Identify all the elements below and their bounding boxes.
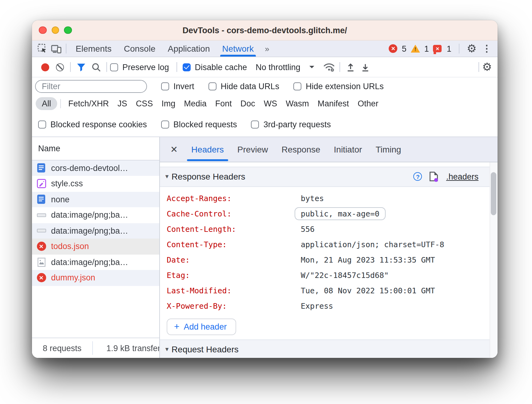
tab-elements[interactable]: Elements xyxy=(69,41,118,57)
hide-extension-urls-label: Hide extension URLs xyxy=(306,82,384,91)
header-override-file-icon[interactable] xyxy=(430,171,439,182)
chevron-down-icon[interactable] xyxy=(310,66,315,71)
blocked-filters-row: Blocked response cookies Blocked request… xyxy=(32,112,498,137)
request-name: data:image/png;ba… xyxy=(51,226,128,236)
traffic-lights xyxy=(39,20,72,40)
network-main-area: Name cors-demo-devtool… style.css xyxy=(32,137,498,358)
warning-count: 1 xyxy=(424,44,429,53)
chip-wasm[interactable]: Wasm xyxy=(281,97,313,110)
hide-data-urls-checkbox[interactable] xyxy=(208,82,216,90)
tab-application[interactable]: Application xyxy=(161,41,216,57)
table-row[interactable]: ✕ dummy.json xyxy=(32,270,159,286)
header-row[interactable]: Date: Mon, 21 Aug 2023 11:53:35 GMT xyxy=(167,252,490,267)
issues-icon[interactable]: ✕ xyxy=(433,45,442,52)
chip-other[interactable]: Other xyxy=(353,97,383,110)
filter-funnel-icon[interactable] xyxy=(74,60,89,74)
table-row[interactable]: data:image/png;ba… xyxy=(32,207,159,223)
more-tabs-icon[interactable]: » xyxy=(260,41,273,57)
error-count-icon[interactable]: ✕ xyxy=(389,44,398,53)
header-row[interactable]: X-Powered-By: Express xyxy=(167,298,490,313)
table-row[interactable]: none xyxy=(32,192,159,207)
chip-js[interactable]: JS xyxy=(113,97,132,110)
kebab-menu-icon[interactable]: ⋮ xyxy=(481,43,493,54)
scrollbar-thumb[interactable] xyxy=(491,172,496,215)
close-icon[interactable]: ✕ xyxy=(164,137,185,161)
divider xyxy=(340,62,340,72)
blocked-response-cookies-checkbox[interactable] xyxy=(38,120,46,128)
table-row[interactable]: data:image/png;ba… xyxy=(32,254,159,270)
hide-data-urls-label: Hide data URLs xyxy=(221,82,280,91)
zoom-window-button[interactable] xyxy=(64,26,72,34)
table-row[interactable]: cors-demo-devtool… xyxy=(32,160,159,176)
header-row[interactable]: Content-Length: 556 xyxy=(167,221,490,236)
header-row[interactable]: Etag: W/"22c-18457c15d68" xyxy=(167,267,490,283)
tab-timing[interactable]: Timing xyxy=(369,137,408,161)
tab-response[interactable]: Response xyxy=(275,137,327,161)
tab-initiator[interactable]: Initiator xyxy=(327,137,369,161)
help-icon[interactable]: ? xyxy=(414,172,422,181)
resource-type-filter-row: All Fetch/XHR JS CSS Img Media Font Doc … xyxy=(32,95,498,112)
disclosure-triangle-icon[interactable]: ▼ xyxy=(164,173,170,180)
add-header-label: Add header xyxy=(184,322,227,331)
chip-img[interactable]: Img xyxy=(157,97,180,110)
header-value: Express xyxy=(301,301,333,310)
header-value-editable[interactable]: public, max-age=0 xyxy=(295,207,386,220)
stylesheet-icon xyxy=(36,179,46,189)
header-row[interactable]: Cache-Control: public, max-age=0 xyxy=(167,206,490,221)
scrollbar-track[interactable] xyxy=(490,162,498,358)
close-window-button[interactable] xyxy=(39,26,46,34)
add-header-button[interactable]: + Add header xyxy=(167,318,236,335)
filter-input[interactable] xyxy=(35,80,147,93)
device-toolbar-icon[interactable] xyxy=(49,42,63,55)
request-list-panel: Name cors-demo-devtool… style.css xyxy=(32,137,160,358)
import-har-icon[interactable] xyxy=(343,60,358,74)
header-value: W/"22c-18457c15d68" xyxy=(301,270,389,279)
section-title: Response Headers xyxy=(172,172,245,181)
header-row[interactable]: Accept-Ranges: bytes xyxy=(167,190,490,206)
table-row[interactable]: data:image/png;ba… xyxy=(32,223,159,239)
stage: DevTools - cors-demo-devtools.glitch.me/… xyxy=(0,0,532,404)
request-name: data:image/png;ba… xyxy=(51,258,128,267)
chip-css[interactable]: CSS xyxy=(132,97,157,110)
tab-console[interactable]: Console xyxy=(118,41,162,57)
request-headers-section-header[interactable]: ▼ Request Headers xyxy=(160,339,490,358)
network-settings-gear-icon[interactable]: ⚙ xyxy=(482,61,492,73)
chip-ws[interactable]: WS xyxy=(260,97,282,110)
chip-all[interactable]: All xyxy=(36,97,57,110)
minimize-window-button[interactable] xyxy=(51,26,59,34)
table-row-selected[interactable]: ✕ todos.json xyxy=(32,239,159,254)
chip-media[interactable]: Media xyxy=(180,97,211,110)
response-headers-grid: Accept-Ranges: bytes Cache-Control: publ… xyxy=(160,187,490,313)
clear-network-log-button[interactable] xyxy=(52,60,67,74)
warning-count-icon[interactable]: ! xyxy=(411,45,420,53)
tab-preview[interactable]: Preview xyxy=(231,137,275,161)
response-headers-section-header[interactable]: ▼ Response Headers ? .headers xyxy=(160,166,490,187)
table-row[interactable]: style.css xyxy=(32,176,159,192)
settings-gear-icon[interactable]: ⚙ xyxy=(467,43,477,54)
preserve-log-checkbox[interactable] xyxy=(110,63,118,71)
chip-fetch-xhr[interactable]: Fetch/XHR xyxy=(64,97,113,110)
throttling-select[interactable]: No throttling xyxy=(256,62,300,72)
inspect-element-icon[interactable] xyxy=(36,42,49,55)
search-icon[interactable] xyxy=(89,60,103,74)
hide-extension-urls-checkbox[interactable] xyxy=(293,82,301,90)
network-conditions-icon[interactable] xyxy=(322,60,337,74)
disable-cache-checkbox[interactable] xyxy=(183,63,191,71)
header-row[interactable]: Last-Modified: Tue, 08 Nov 2022 15:00:01… xyxy=(167,283,490,298)
headers-file-link[interactable]: .headers xyxy=(446,172,478,181)
header-row[interactable]: Content-Type: application/json; charset=… xyxy=(167,236,490,252)
chip-doc[interactable]: Doc xyxy=(236,97,260,110)
record-network-log-button[interactable] xyxy=(38,60,52,74)
tab-headers[interactable]: Headers xyxy=(185,137,231,161)
disclosure-triangle-icon[interactable]: ▼ xyxy=(164,346,170,352)
chip-manifest[interactable]: Manifest xyxy=(313,97,353,110)
title-bar: DevTools - cors-demo-devtools.glitch.me/ xyxy=(32,20,498,41)
blocked-requests-checkbox[interactable] xyxy=(161,120,169,128)
export-har-icon[interactable] xyxy=(358,60,373,74)
chip-font[interactable]: Font xyxy=(211,97,236,110)
name-column-header[interactable]: Name xyxy=(32,137,159,160)
third-party-requests-checkbox[interactable] xyxy=(251,120,259,128)
invert-checkbox[interactable] xyxy=(161,82,169,90)
tab-network[interactable]: Network xyxy=(216,41,260,57)
divider xyxy=(177,62,177,72)
